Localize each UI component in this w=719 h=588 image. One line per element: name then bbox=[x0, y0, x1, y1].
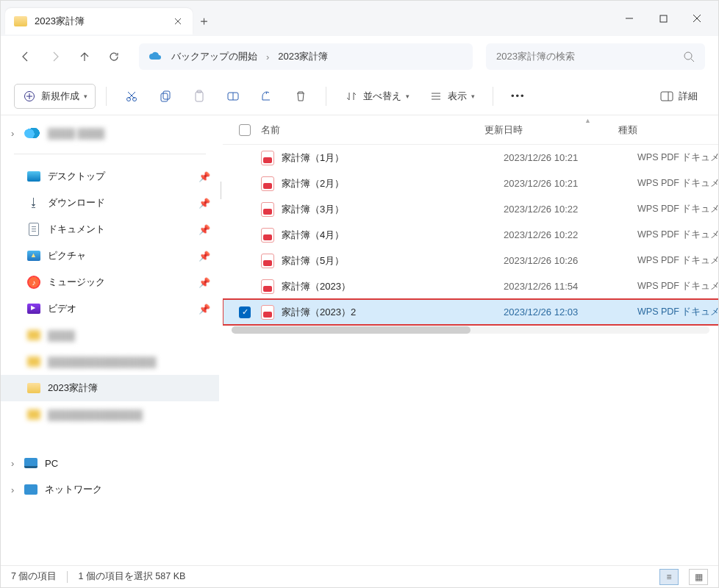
file-type: WPS PDF ドキュメント bbox=[637, 203, 718, 215]
file-type: WPS PDF ドキュメント bbox=[637, 151, 718, 164]
sort-button[interactable]: 並べ替え ▾ bbox=[337, 84, 417, 109]
sidebar-item-label: ビデオ bbox=[48, 302, 76, 315]
file-type: WPS PDF ドキュメント bbox=[637, 254, 718, 267]
view-button[interactable]: 表示 ▾ bbox=[421, 84, 482, 109]
cut-button[interactable] bbox=[117, 84, 146, 109]
navigation-pane[interactable]: › ████ ████ デスクトップ📌 ⭳ダウンロード📌 ドキュメント📌 ピクチ… bbox=[1, 115, 219, 565]
file-list[interactable]: 家計簿（1月）2023/12/26 10:21WPS PDF ドキュメント家計簿… bbox=[223, 145, 718, 565]
svg-rect-6 bbox=[163, 91, 170, 99]
maximize-button[interactable] bbox=[646, 7, 680, 30]
sidebar-item-blurred[interactable]: ████ bbox=[1, 322, 219, 348]
sidebar-resize-handle[interactable] bbox=[219, 115, 223, 565]
column-header-type[interactable]: 種類 bbox=[618, 123, 718, 137]
share-button[interactable] bbox=[252, 84, 282, 109]
folder-icon bbox=[27, 356, 40, 367]
thumbnails-view-button[interactable]: ▦ bbox=[689, 569, 708, 585]
tab-title: 2023家計簿 bbox=[35, 15, 165, 28]
sidebar-item-documents[interactable]: ドキュメント📌 bbox=[1, 216, 219, 243]
details-pane-button[interactable]: 詳細 bbox=[652, 84, 705, 109]
select-all-checkbox[interactable] bbox=[239, 124, 251, 136]
sidebar-item-network[interactable]: ›ネットワーク bbox=[1, 476, 219, 503]
sidebar-item-label: ミュージック bbox=[48, 276, 105, 289]
file-row[interactable]: 家計簿（1月）2023/12/26 10:21WPS PDF ドキュメント bbox=[223, 145, 718, 171]
file-name: 家計簿（2023）2 bbox=[282, 306, 504, 319]
file-type: WPS PDF ドキュメント bbox=[637, 177, 718, 190]
up-button[interactable] bbox=[73, 45, 96, 68]
paste-button[interactable] bbox=[185, 84, 214, 109]
sidebar-item-videos[interactable]: ビデオ📌 bbox=[1, 295, 219, 322]
scrollbar-thumb[interactable] bbox=[232, 326, 471, 334]
separator bbox=[67, 571, 68, 583]
close-window-button[interactable] bbox=[680, 7, 714, 30]
sidebar-item-music[interactable]: ♪ミュージック📌 bbox=[1, 269, 219, 295]
sidebar-item-desktop[interactable]: デスクトップ📌 bbox=[1, 163, 219, 190]
sidebar-item-pictures[interactable]: ピクチャ📌 bbox=[1, 243, 219, 269]
cloud-icon bbox=[148, 51, 162, 62]
close-icon bbox=[693, 14, 701, 23]
file-date: 2023/12/26 10:21 bbox=[504, 152, 637, 163]
more-button[interactable]: ••• bbox=[504, 84, 533, 109]
rename-icon bbox=[226, 89, 240, 104]
file-row[interactable]: 家計簿（3月）2023/12/26 10:22WPS PDF ドキュメント bbox=[223, 196, 718, 222]
sort-indicator-icon: ▲ bbox=[584, 117, 591, 124]
breadcrumb-backup[interactable]: バックアップの開始 bbox=[171, 50, 257, 63]
music-icon: ♪ bbox=[27, 276, 40, 289]
search-placeholder: 2023家計簿の検索 bbox=[496, 50, 575, 63]
file-row[interactable]: 家計簿（2023）2023/12/26 11:54WPS PDF ドキュメント bbox=[223, 273, 718, 299]
pdf-file-icon bbox=[261, 228, 274, 243]
sidebar-onedrive[interactable]: › ████ ████ bbox=[1, 120, 219, 146]
plus-circle-icon bbox=[22, 89, 37, 104]
sidebar-item-blurred[interactable]: ██████████████ bbox=[1, 401, 219, 428]
document-icon bbox=[29, 223, 39, 236]
sidebar-item-current-folder[interactable]: 2023家計簿 bbox=[1, 375, 219, 401]
pdf-file-icon bbox=[261, 279, 274, 294]
delete-button[interactable] bbox=[286, 84, 315, 109]
tab-close-button[interactable] bbox=[172, 15, 184, 27]
file-row[interactable]: 家計簿（4月）2023/12/26 10:22WPS PDF ドキュメント bbox=[223, 222, 718, 248]
sidebar-item-downloads[interactable]: ⭳ダウンロード📌 bbox=[1, 190, 219, 216]
file-date: 2023/12/26 10:22 bbox=[504, 204, 637, 215]
sidebar-item-pc[interactable]: ›PC bbox=[1, 450, 219, 476]
arrow-left-icon bbox=[20, 51, 32, 62]
back-button[interactable] bbox=[14, 45, 37, 68]
column-header-name[interactable]: 名前 bbox=[261, 123, 484, 137]
address-bar[interactable]: バックアップの開始 › 2023家計簿 bbox=[139, 43, 473, 70]
new-label: 新規作成 bbox=[41, 90, 79, 103]
network-icon bbox=[24, 484, 37, 495]
horizontal-scrollbar[interactable] bbox=[232, 326, 709, 334]
chevron-down-icon: ▾ bbox=[406, 93, 409, 100]
copy-button[interactable] bbox=[151, 84, 180, 109]
sidebar-item-blurred[interactable]: ████████████████ bbox=[1, 348, 219, 375]
separator bbox=[14, 154, 206, 154]
chevron-down-icon: ▾ bbox=[471, 93, 475, 100]
new-tab-button[interactable]: ＋ bbox=[193, 12, 215, 29]
pdf-file-icon bbox=[261, 151, 274, 165]
file-row[interactable]: 家計簿（2月）2023/12/26 10:21WPS PDF ドキュメント bbox=[223, 171, 718, 196]
pin-icon: 📌 bbox=[198, 198, 209, 208]
details-view-button[interactable]: ≡ bbox=[659, 569, 679, 585]
refresh-button[interactable] bbox=[102, 45, 126, 68]
file-row[interactable]: ✓家計簿（2023）22023/12/26 12:03WPS PDF ドキュメン… bbox=[223, 299, 718, 325]
search-box[interactable]: 2023家計簿の検索 bbox=[486, 43, 705, 70]
column-header-modified[interactable]: 更新日時 bbox=[484, 123, 618, 137]
file-name: 家計簿（5月） bbox=[282, 254, 504, 268]
status-selection: 1 個の項目を選択 587 KB bbox=[78, 570, 185, 583]
pin-icon: 📌 bbox=[198, 224, 209, 234]
file-date: 2023/12/26 10:22 bbox=[504, 229, 637, 240]
view-label: 表示 bbox=[448, 90, 467, 103]
forward-button[interactable] bbox=[43, 45, 67, 68]
window-tab[interactable]: 2023家計簿 bbox=[5, 8, 193, 35]
separator bbox=[106, 87, 107, 106]
separator bbox=[326, 87, 326, 106]
checkbox-checked-icon[interactable]: ✓ bbox=[239, 306, 251, 318]
new-button[interactable]: 新規作成 ▾ bbox=[14, 84, 96, 109]
svg-rect-0 bbox=[660, 15, 667, 22]
breadcrumb-current[interactable]: 2023家計簿 bbox=[278, 50, 328, 63]
file-row[interactable]: 家計簿（5月）2023/12/26 10:26WPS PDF ドキュメント bbox=[223, 248, 718, 273]
rename-button[interactable] bbox=[218, 84, 248, 109]
sidebar-item-label: PC bbox=[45, 458, 58, 469]
minimize-button[interactable] bbox=[612, 7, 646, 30]
file-type: WPS PDF ドキュメント bbox=[637, 229, 718, 241]
maximize-icon bbox=[659, 15, 668, 23]
file-type: WPS PDF ドキュメント bbox=[637, 280, 718, 293]
